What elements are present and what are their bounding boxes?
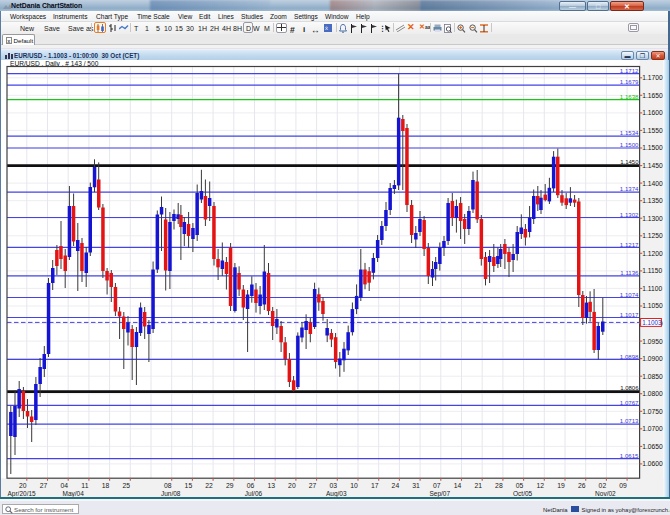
- svg-text:09: 09: [619, 482, 627, 489]
- svg-text:12: 12: [537, 482, 545, 489]
- svg-text:1.0806: 1.0806: [620, 385, 639, 391]
- svg-text:1.1150: 1.1150: [642, 267, 662, 274]
- svg-text:1.1679: 1.1679: [620, 78, 639, 85]
- svg-text:1.1650: 1.1650: [642, 92, 663, 99]
- svg-text:20: 20: [19, 482, 27, 489]
- svg-text:1.1250: 1.1250: [642, 232, 663, 239]
- svg-text:1.1450: 1.1450: [642, 162, 663, 169]
- svg-text:1.1017: 1.1017: [620, 311, 639, 318]
- svg-text:11: 11: [81, 482, 88, 489]
- svg-text:1.0713: 1.0713: [620, 417, 639, 424]
- svg-text:1.1450: 1.1450: [620, 159, 639, 165]
- svg-text:1.0615: 1.0615: [620, 452, 639, 459]
- svg-text:1.1700: 1.1700: [642, 74, 663, 81]
- svg-text:1.0650: 1.0650: [642, 443, 663, 450]
- svg-text:21: 21: [474, 482, 482, 489]
- svg-text:1.1136: 1.1136: [620, 269, 639, 276]
- svg-text:29: 29: [226, 482, 234, 489]
- svg-text:1.1600: 1.1600: [642, 109, 663, 116]
- svg-text:08: 08: [164, 482, 172, 489]
- svg-text:1.1100: 1.1100: [642, 285, 662, 292]
- svg-text:04: 04: [60, 482, 68, 489]
- svg-text:05: 05: [516, 482, 524, 489]
- svg-text:1.0800: 1.0800: [642, 390, 663, 397]
- svg-text:24: 24: [392, 482, 400, 489]
- svg-text:1.0750: 1.0750: [642, 408, 663, 415]
- svg-text:27: 27: [309, 482, 317, 489]
- svg-text:Jun/08: Jun/08: [161, 490, 181, 497]
- svg-text:19: 19: [557, 482, 565, 489]
- svg-text:31: 31: [412, 482, 420, 489]
- svg-text:1.0850: 1.0850: [642, 373, 663, 380]
- svg-text:22: 22: [205, 482, 213, 489]
- svg-text:18: 18: [102, 482, 110, 489]
- svg-text:1.1550: 1.1550: [642, 127, 663, 134]
- svg-text:1.1374: 1.1374: [620, 185, 639, 192]
- svg-text:27: 27: [40, 482, 48, 489]
- svg-text:1.1302: 1.1302: [620, 211, 639, 218]
- svg-text:1.1200: 1.1200: [642, 250, 663, 257]
- svg-text:1.1638: 1.1638: [620, 93, 639, 100]
- svg-text:20: 20: [288, 482, 296, 489]
- svg-text:1.1074: 1.1074: [620, 291, 639, 298]
- svg-text:1.0900: 1.0900: [642, 355, 663, 362]
- svg-text:1.0600: 1.0600: [642, 460, 663, 467]
- svg-text:1.1400: 1.1400: [642, 180, 663, 187]
- svg-text:Nov/02: Nov/02: [595, 490, 616, 497]
- svg-text:25: 25: [123, 482, 131, 489]
- svg-text:1.1712: 1.1712: [620, 67, 639, 74]
- svg-text:03: 03: [330, 482, 338, 489]
- svg-text:28: 28: [495, 482, 503, 489]
- svg-text:Jul/06: Jul/06: [245, 490, 263, 497]
- svg-text:06: 06: [247, 482, 255, 489]
- svg-text:1.1500: 1.1500: [642, 144, 663, 151]
- svg-text:02: 02: [599, 482, 607, 489]
- svg-text:1.1300: 1.1300: [642, 215, 663, 222]
- svg-text:07: 07: [433, 482, 441, 489]
- svg-text:Oct/05: Oct/05: [513, 490, 533, 497]
- svg-text:14: 14: [454, 482, 462, 489]
- svg-text:1.0898: 1.0898: [620, 353, 639, 360]
- svg-text:15: 15: [185, 482, 193, 489]
- svg-text:26: 26: [578, 482, 586, 489]
- svg-text:1.0950: 1.0950: [642, 338, 663, 345]
- svg-text:1.1003: 1.1003: [642, 319, 662, 326]
- svg-text:13: 13: [267, 482, 275, 489]
- svg-text:17: 17: [371, 482, 379, 489]
- svg-text:1.1350: 1.1350: [642, 197, 663, 204]
- svg-text:1.1534: 1.1534: [620, 129, 639, 136]
- svg-text:1.1050: 1.1050: [642, 302, 663, 309]
- svg-text:1.1217: 1.1217: [620, 241, 639, 248]
- svg-text:10: 10: [350, 482, 358, 489]
- svg-text:1.0767: 1.0767: [620, 399, 639, 406]
- svg-text:1.1500: 1.1500: [620, 141, 639, 148]
- svg-text:1.0700: 1.0700: [642, 425, 663, 432]
